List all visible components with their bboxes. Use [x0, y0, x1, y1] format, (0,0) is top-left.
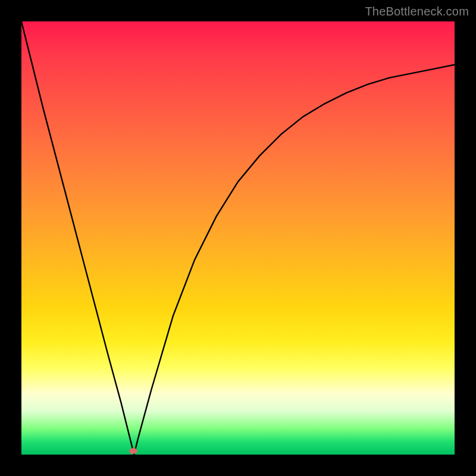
bottleneck-curve — [21, 21, 455, 455]
minimum-marker — [129, 448, 137, 454]
plot-area — [21, 21, 455, 455]
curve-path — [21, 21, 455, 455]
chart-frame: TheBottleneck.com — [0, 0, 476, 476]
watermark-text: TheBottleneck.com — [365, 5, 469, 18]
